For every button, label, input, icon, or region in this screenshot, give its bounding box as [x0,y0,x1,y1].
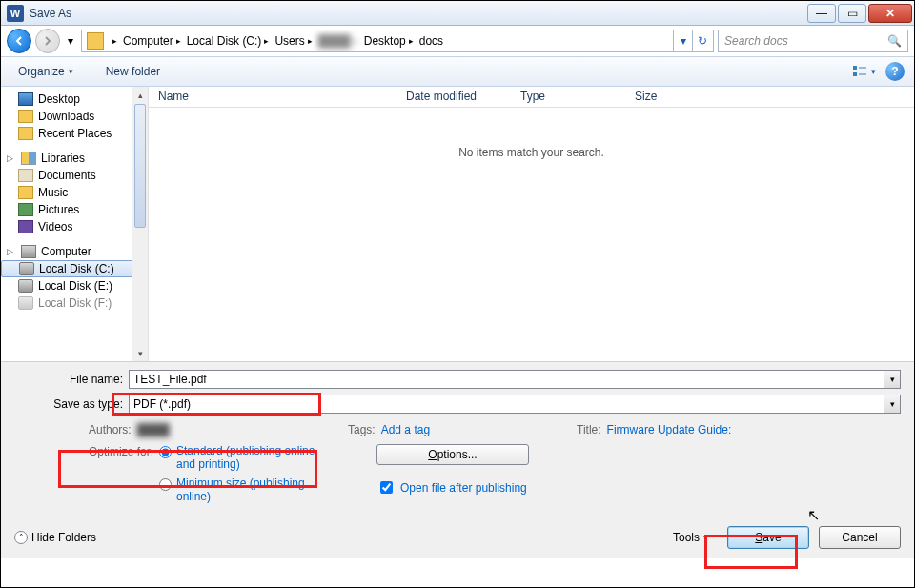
navigation-bar: ▾ ▸ Computer▸ Local Disk (C:)▸ Users▸ ██… [1,26,914,56]
libraries-icon [21,152,36,165]
hide-folders-button[interactable]: ˄ Hide Folders [14,531,96,544]
bottom-panel: File name: TEST_File.pdf ▾ Save as type:… [1,361,914,558]
back-button[interactable] [7,29,31,53]
navigation-tree[interactable]: Desktop Downloads Recent Places ▷Librari… [1,87,149,361]
cursor-icon: ↖ [807,506,820,524]
chevron-down-icon: ▾ [703,533,708,542]
computer-icon [21,245,36,258]
authors-value[interactable]: ████ [137,423,170,436]
tree-scrollbar[interactable]: ▴ ▾ [132,87,148,361]
optimize-minimum-radio[interactable]: Minimum size (publishing online) [159,476,319,503]
radio-input[interactable] [159,446,172,458]
expand-icon[interactable]: ▷ [7,153,16,163]
column-headers: Name Date modified Type Size [149,87,914,108]
optimize-standard-radio[interactable]: Standard (publishing online and printing… [159,444,319,471]
optimize-label: Optimize for: [14,444,159,458]
drive-icon [18,296,33,310]
new-folder-button[interactable]: New folder [98,61,168,82]
column-date[interactable]: Date modified [396,87,511,107]
tree-item-drive-f[interactable]: Local Disk (F:) [1,294,148,312]
title-input[interactable]: Firmware Update Guide: [607,423,732,436]
options-button[interactable]: Options... [376,444,529,465]
tags-input[interactable]: Add a tag [381,423,430,436]
filename-label: File name: [14,373,129,386]
breadcrumb-segment[interactable]: ████▸ [315,30,361,51]
nav-history-dropdown[interactable]: ▾ [64,31,77,51]
drive-icon [19,262,34,275]
column-type[interactable]: Type [511,87,625,107]
tree-item-desktop[interactable]: Desktop [1,91,148,108]
organize-menu[interactable]: Organize▾ [10,61,81,82]
tree-item-documents[interactable]: Documents [1,167,148,184]
tree-item-music[interactable]: Music [1,184,148,201]
folder-icon [87,32,104,50]
app-icon: W [7,5,24,22]
address-breadcrumb[interactable]: ▸ Computer▸ Local Disk (C:)▸ Users▸ ████… [81,30,714,52]
tools-menu[interactable]: Tools ▾ [673,531,708,544]
desktop-icon [18,92,33,106]
close-button[interactable]: ✕ [868,4,912,23]
tree-item-drive-e[interactable]: Local Disk (E:) [1,277,148,294]
scroll-down-icon[interactable]: ▾ [132,345,148,361]
column-name[interactable]: Name [149,87,396,107]
chevron-down-icon[interactable]: ▾ [884,371,900,388]
arrow-right-icon [42,35,53,47]
search-icon: 🔍 [887,34,902,48]
checkbox-input[interactable] [380,481,393,494]
view-icon [852,65,869,78]
filename-input[interactable]: TEST_File.pdf ▾ [129,370,901,389]
view-options-button[interactable]: ▾ [852,65,876,78]
downloads-icon [18,110,33,123]
breadcrumb-segment[interactable]: ▸ [107,30,120,51]
pictures-icon [18,203,33,216]
arrow-left-icon [13,35,25,47]
help-button[interactable]: ? [885,62,905,81]
refresh-button[interactable]: ↻ [692,30,711,51]
open-after-checkbox[interactable]: Open file after publishing [376,478,529,497]
breadcrumb-segment[interactable]: Users▸ [272,30,315,51]
content-area: Desktop Downloads Recent Places ▷Librari… [1,87,914,361]
breadcrumb-dropdown[interactable]: ▾ [673,30,692,51]
title-label: Title: [577,423,601,436]
saveastype-dropdown[interactable]: PDF (*.pdf) ▾ [129,395,901,414]
expand-icon[interactable]: ▷ [7,247,16,256]
drive-icon [18,279,33,293]
chevron-down-icon[interactable]: ▾ [884,395,900,413]
tree-item-videos[interactable]: Videos [1,218,148,235]
column-size[interactable]: Size [625,87,721,107]
svg-rect-0 [853,66,857,70]
scroll-up-icon[interactable]: ▴ [132,87,148,103]
tree-item-computer[interactable]: ▷Computer [1,243,148,260]
search-input[interactable]: Search docs 🔍 [718,30,908,52]
toolbar: Organize▾ New folder ▾ ? [1,56,914,87]
window-title: Save As [30,7,807,20]
recent-icon [18,127,33,140]
empty-list-message: No items match your search. [149,108,914,361]
tree-item-downloads[interactable]: Downloads [1,108,148,125]
videos-icon [18,220,33,233]
music-icon [18,186,33,199]
tags-label: Tags: [348,423,376,436]
breadcrumb-segment[interactable]: Computer▸ [120,30,184,51]
titlebar: W Save As — ▭ ✕ [1,1,914,26]
scroll-thumb[interactable] [134,104,146,228]
chevron-up-icon: ˄ [14,531,28,544]
save-button[interactable]: Save [727,526,809,549]
documents-icon [18,169,33,182]
cancel-button[interactable]: Cancel [819,526,901,549]
forward-button[interactable] [35,29,60,53]
breadcrumb-segment[interactable]: docs [417,30,446,51]
tree-item-pictures[interactable]: Pictures [1,201,148,218]
save-as-dialog: W Save As — ▭ ✕ ▾ ▸ Computer▸ Local Disk… [0,0,915,588]
minimize-button[interactable]: — [807,4,836,23]
file-list-pane: Name Date modified Type Size No items ma… [149,87,914,361]
authors-label: Authors: [89,423,132,436]
tree-item-recent[interactable]: Recent Places [1,125,148,142]
maximize-button[interactable]: ▭ [838,4,866,23]
radio-input[interactable] [159,478,172,491]
tree-item-drive-c[interactable]: Local Disk (C:) [1,260,148,277]
breadcrumb-segment[interactable]: Desktop▸ [361,30,417,51]
tree-item-libraries[interactable]: ▷Libraries [1,150,148,167]
saveastype-label: Save as type: [14,397,129,411]
breadcrumb-segment[interactable]: Local Disk (C:)▸ [184,30,273,51]
